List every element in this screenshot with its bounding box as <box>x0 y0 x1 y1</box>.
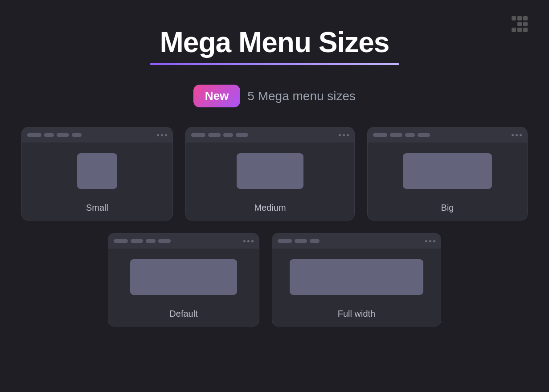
nav-pill <box>405 133 415 137</box>
nav-pill <box>72 133 82 137</box>
card-titlebar-default <box>108 233 259 249</box>
nav-pill <box>191 133 205 137</box>
card-label-default: Default <box>108 305 259 326</box>
nav-pill <box>27 133 41 137</box>
dot <box>347 134 349 136</box>
logo-cell <box>517 22 522 26</box>
card-small[interactable]: Small <box>21 127 173 220</box>
card-titlebar-fullwidth <box>272 233 441 249</box>
page-title: Mega Menu Sizes <box>150 27 399 58</box>
nav-pill <box>236 133 248 137</box>
dot <box>425 240 427 242</box>
card-body-medium <box>186 143 354 199</box>
badge-description: 5 Mega menu sizes <box>247 89 356 103</box>
logo-cell <box>512 16 516 20</box>
logo-cell <box>512 28 516 32</box>
cards-row-2: Default Full width <box>108 233 441 327</box>
card-titlebar-big <box>368 127 527 143</box>
preview-block-fullwidth <box>290 259 423 295</box>
nav-pill <box>418 133 430 137</box>
nav-pill <box>390 133 402 137</box>
card-body-fullwidth <box>272 249 441 305</box>
nav-pill <box>223 133 233 137</box>
nav-pill <box>44 133 54 137</box>
cards-container: Small Medium <box>0 127 549 327</box>
title-underline <box>150 63 399 65</box>
dot <box>247 240 250 242</box>
logo-icon <box>512 16 528 32</box>
dot <box>343 134 345 136</box>
dots-group <box>339 134 349 136</box>
card-medium[interactable]: Medium <box>185 127 355 220</box>
logo-cell <box>523 16 528 20</box>
logo-cell <box>517 16 522 20</box>
nav-pill <box>278 239 292 243</box>
logo-cell <box>523 22 528 26</box>
card-titlebar-medium <box>186 127 354 143</box>
card-big[interactable]: Big <box>367 127 528 220</box>
nav-pill <box>146 239 156 243</box>
card-default[interactable]: Default <box>108 233 259 327</box>
card-titlebar-small <box>22 127 172 143</box>
nav-pill <box>208 133 221 137</box>
nav-pill <box>57 133 69 137</box>
nav-pill <box>295 239 307 243</box>
dots-group <box>243 240 254 242</box>
dot <box>251 240 254 242</box>
dots-group <box>157 134 167 136</box>
dot <box>339 134 341 136</box>
dot <box>243 240 246 242</box>
dot <box>520 134 522 136</box>
badge-row: New 5 Mega menu sizes <box>193 85 356 107</box>
preview-block-big <box>403 153 492 189</box>
new-badge: New <box>193 85 240 107</box>
dot <box>433 240 435 242</box>
dots-group <box>425 240 435 242</box>
card-body-default <box>108 249 259 305</box>
cards-row-1: Small Medium <box>21 127 528 220</box>
dot <box>157 134 159 136</box>
dot <box>429 240 431 242</box>
nav-pill <box>310 239 320 243</box>
preview-block-small <box>77 153 117 189</box>
preview-block-default <box>130 259 237 295</box>
preview-block-medium <box>237 153 303 189</box>
dot <box>165 134 167 136</box>
card-body-small <box>22 143 172 199</box>
card-fullwidth[interactable]: Full width <box>272 233 441 327</box>
dot <box>161 134 163 136</box>
nav-pill <box>114 239 128 243</box>
logo-cell <box>512 22 516 26</box>
nav-pill <box>131 239 143 243</box>
card-body-big <box>368 143 527 199</box>
card-label-fullwidth: Full width <box>272 305 441 326</box>
nav-pill <box>158 239 171 243</box>
logo-cell <box>523 28 528 32</box>
nav-pill <box>373 133 387 137</box>
dot <box>512 134 514 136</box>
card-label-big: Big <box>368 199 527 220</box>
logo-cell <box>517 28 522 32</box>
card-label-medium: Medium <box>186 199 354 220</box>
dot <box>516 134 518 136</box>
dots-group <box>512 134 522 136</box>
header: Mega Menu Sizes <box>150 27 399 65</box>
card-label-small: Small <box>22 199 172 220</box>
